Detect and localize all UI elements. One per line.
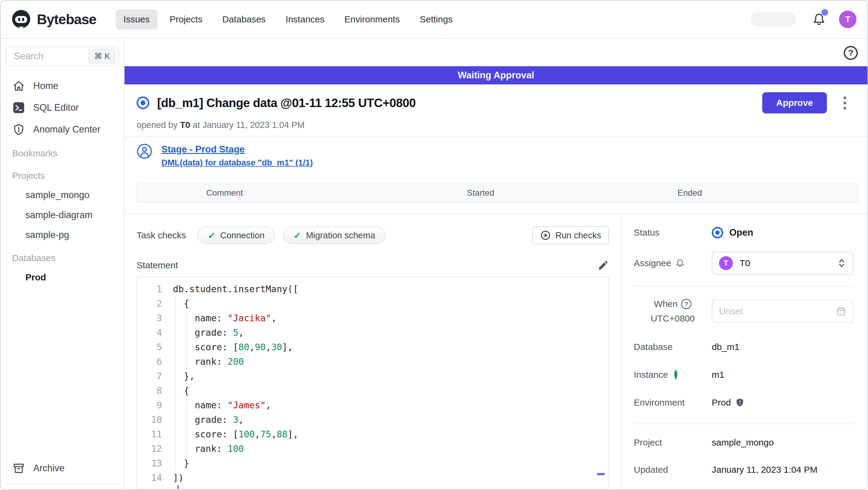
top-tab-environments[interactable]: Environments [337,9,408,29]
code-text: score: [80,90,30], [166,340,293,354]
issue-sidebar-panel: Status Open Assignee [621,214,867,489]
mongodb-leaf-icon [672,369,679,380]
more-actions-kebab-icon[interactable] [834,96,855,110]
top-tab-projects[interactable]: Projects [162,9,210,29]
sidebar-project-sample_mongo[interactable]: sample_mongo [5,185,119,205]
code-line: 5 score: [80,90,30], [137,340,609,354]
sidebar-section-databases: Databases [5,245,119,267]
when-label: When [654,299,678,309]
line-number: 9 [137,398,166,412]
updated-label: Updated [634,465,712,475]
sidebar-section-projects: Projects [5,163,119,185]
line-number: 4 [137,325,166,340]
sidebar-item-home[interactable]: Home [5,75,119,97]
code-line: 6 rank: 200 [137,354,609,369]
line-number: 11 [137,427,166,441]
archive-icon [12,462,25,474]
sidebar-item-anomaly-center[interactable]: Anomaly Center [5,119,119,140]
statement-code-editor[interactable]: 1db.student.insertMany([2 {3 name: "Jaci… [136,277,609,489]
top-tab-settings[interactable]: Settings [412,9,460,29]
sidebar-project-sample-diagram[interactable]: sample-diagram [5,205,119,225]
play-circle-icon [540,230,551,241]
task-detail-column: Task checks ✓Connection✓Migration schema… [125,214,621,489]
main-toolbar: ? [125,39,867,66]
sidebar-item-archive[interactable]: Archive [5,457,119,479]
top-bar: Bytebase IssuesProjectsDatabasesInstance… [1,1,867,39]
code-line: 1db.student.insertMany([ [137,282,609,296]
code-line: 9 name: "James", [137,398,609,412]
assignee-bell-icon [675,258,685,268]
code-text: rank: 100 [166,441,244,456]
code-text: { [166,383,189,398]
main-content: ? Waiting Approval [db_m1] Change data @… [125,39,867,489]
task-table-column-ended: Ended [678,188,702,198]
notification-bell-icon[interactable] [812,12,826,27]
home-icon [12,80,25,92]
code-line: 15 [137,485,609,489]
instance-label: Instance [634,370,668,380]
user-avatar[interactable]: T [839,10,857,28]
sidebar-item-label: Anomaly Center [33,124,100,135]
when-placeholder: Unset [719,306,836,316]
ghost-pill [751,12,796,26]
sidebar-item-sql-editor[interactable]: SQL Editor [5,97,119,119]
instance-value: m1 [712,370,854,380]
stage-section: Stage - Prod Stage DML(data) for databas… [125,137,867,174]
task-check-pill[interactable]: ✓Connection [197,227,275,244]
task-checks-label: Task checks [136,230,186,240]
edit-statement-pencil-icon[interactable] [597,260,609,271]
line-number: 8 [137,383,166,398]
sql-editor-icon [12,102,25,114]
task-check-pill[interactable]: ✓Migration schema [283,227,385,244]
divider [634,286,854,287]
run-checks-button[interactable]: Run checks [532,226,609,244]
code-text: db.student.insertMany([ [166,282,298,296]
topbar-right: T [751,10,857,28]
code-line: 8 { [137,383,609,398]
sidebar-database-prod[interactable]: Prod [5,267,119,287]
sidebar: Search ⌘ K Home [1,39,125,489]
updated-row: Updated January 11, 2023 1:04 PM [634,465,854,475]
status-banner: Waiting Approval [125,66,867,84]
line-number: 7 [137,369,166,383]
stage-task-link[interactable]: DML(data) for database "db_m1" (1/1) [161,158,313,168]
code-text: name: "James", [166,398,271,412]
project-row: Project sample_mongo [634,437,854,448]
environment-value: Prod [712,398,731,408]
approve-button[interactable]: Approve [762,92,827,113]
top-tab-issues[interactable]: Issues [116,9,158,29]
app-window: Bytebase IssuesProjectsDatabasesInstance… [0,0,868,490]
task-check-label: Connection [220,230,265,240]
sidebar-project-sample-pg[interactable]: sample-pg [5,225,119,245]
issue-author: T0 [180,120,190,130]
sidebar-item-label: Home [33,81,58,91]
check-icon: ✓ [293,230,301,241]
indent-guide [186,398,187,456]
help-icon[interactable]: ? [844,46,858,60]
code-text: } [166,456,189,471]
question-circle-icon[interactable]: ? [681,299,691,309]
code-line: 2 { [137,296,609,311]
issue-meta: opened by T0 at January 11, 2023 1:04 PM [136,120,855,130]
assignee-select[interactable]: T T0 [712,252,854,275]
search-shortcut-badge: ⌘ K [89,49,116,63]
protected-shield-icon [735,398,745,407]
sidebar-item-label: SQL Editor [33,102,79,113]
line-number: 10 [137,412,166,427]
assignee-label: Assignee [634,258,671,268]
bytebase-logo[interactable]: Bytebase [10,8,96,30]
issue-header: [db_m1] Change data @01-11 12:55 UTC+080… [125,84,867,136]
top-tab-databases[interactable]: Databases [215,9,274,29]
code-line: 12 rank: 100 [137,441,609,456]
stage-link[interactable]: Stage - Prod Stage [161,144,313,155]
top-tab-instances[interactable]: Instances [278,9,332,29]
editor-caret [178,485,179,489]
search-input[interactable]: Search ⌘ K [5,47,119,66]
when-date-input[interactable]: Unset [712,300,854,323]
environment-label: Environment [634,398,712,408]
assignee-row: Assignee T T0 [634,252,854,275]
task-table-column-started: Started [467,188,494,198]
status-open-radio-icon [712,227,723,238]
issue-title: [db_m1] Change data @01-11 12:55 UTC+080… [157,96,416,110]
sidebar-databases-list: Prod [5,267,119,287]
